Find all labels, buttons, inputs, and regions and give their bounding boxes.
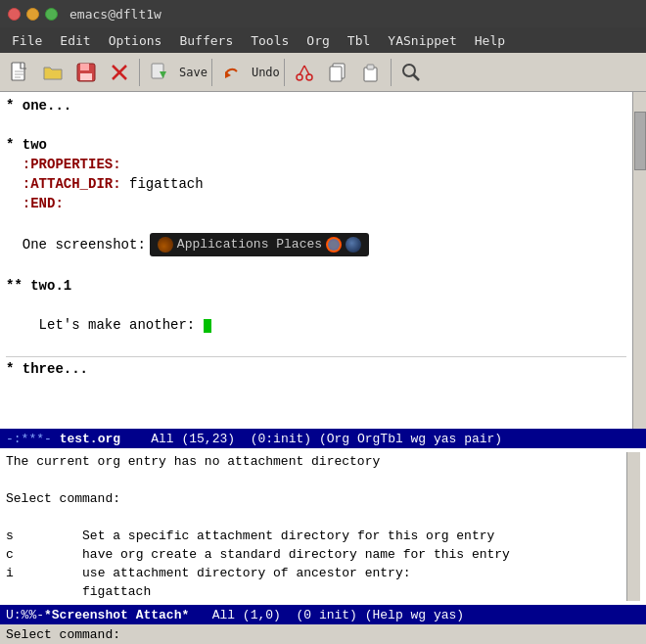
lower-line-3: Select command: (6, 489, 626, 508)
modeline-position: All (15,23) (151, 432, 235, 446)
svg-point-12 (297, 74, 302, 80)
dark-circle-icon (346, 237, 361, 253)
line-end: :END: (6, 194, 626, 213)
modeline-modes: (Org OrgTbl wg yas pair) (319, 432, 502, 446)
menu-buffers[interactable]: Buffers (171, 31, 241, 50)
line-screenshot: One screenshot: Applications Places (6, 233, 626, 256)
upper-editor-pane[interactable]: * one... * two :PROPERTIES: :ATTACH_DIR:… (0, 92, 646, 429)
menu-org[interactable]: Org (299, 31, 337, 50)
line-blank-3 (6, 256, 626, 276)
cut-button[interactable] (289, 57, 320, 88)
minibuffer-content[interactable]: The current org entry has no attachment … (6, 452, 626, 601)
maximize-button[interactable] (45, 8, 58, 21)
screenshot-link[interactable]: Applications Places (150, 233, 369, 256)
window-title: emacs@dflt1w (69, 7, 162, 22)
upper-modeline: -:***- test.org All (15,23) (0:init) (Or… (0, 429, 646, 448)
svg-point-20 (403, 65, 415, 76)
titlebar: emacs@dflt1w (0, 0, 646, 27)
scrollbar-thumb[interactable] (634, 112, 646, 170)
open-file-button[interactable] (37, 57, 69, 88)
menu-file[interactable]: File (4, 31, 50, 50)
svg-line-15 (304, 66, 309, 75)
close-button-toolbar[interactable] (104, 57, 135, 88)
svg-rect-19 (367, 65, 374, 69)
lower-modeline-flags: U:%%- (6, 608, 44, 622)
lower-line-c: c have org create a standard directory n… (6, 545, 626, 564)
minimize-button[interactable] (26, 8, 39, 21)
modeline-buffer: test.org (60, 432, 120, 446)
line-heading-two: * two (6, 135, 626, 155)
firefox-icon (326, 237, 342, 253)
minibuffer-text: Select command: (6, 627, 120, 642)
upper-scrollbar[interactable] (632, 92, 646, 429)
undo-button[interactable] (216, 57, 248, 88)
line-attach-dir: :ATTACH_DIR: figattach (6, 174, 626, 194)
toolbar: Save Undo (0, 53, 646, 92)
undo-label[interactable]: Undo (252, 66, 280, 79)
menu-tbl[interactable]: Tbl (340, 31, 378, 50)
save-labeled-button[interactable] (144, 57, 175, 88)
line-heading-one: * one... (6, 96, 626, 115)
lower-editor-pane[interactable]: The current org entry has no attachment … (0, 448, 646, 605)
modeline-init: (0:init) (251, 432, 311, 446)
line-blank-2 (6, 213, 626, 233)
line-blank-1 (6, 115, 626, 135)
save-file-button[interactable] (70, 57, 102, 88)
ubuntu-icon (158, 237, 173, 253)
line-blank-4 (6, 296, 626, 315)
lower-line-4 (6, 508, 626, 527)
close-button[interactable] (8, 8, 21, 21)
copy-button[interactable] (322, 57, 353, 88)
lower-scrollbar[interactable] (626, 452, 640, 601)
menu-tools[interactable]: Tools (243, 31, 297, 50)
menu-options[interactable]: Options (101, 31, 170, 50)
lower-line-figattach: figattach (6, 582, 626, 601)
lower-modeline-init: (0 init) (296, 608, 356, 622)
svg-rect-17 (330, 67, 342, 81)
lower-modeline-modes: (Help wg yas) (365, 608, 464, 622)
lower-line-s: s Set a specific attachment directory fo… (6, 527, 626, 545)
editor-container: * one... * two :PROPERTIES: :ATTACH_DIR:… (0, 92, 646, 644)
line-heading-three: * three... (6, 356, 626, 379)
save-label[interactable]: Save (179, 66, 208, 79)
svg-rect-5 (80, 64, 89, 70)
line-properties: :PROPERTIES: (6, 155, 626, 174)
svg-rect-6 (80, 73, 92, 80)
lower-line-2 (6, 471, 626, 489)
line-blank-5 (6, 335, 626, 354)
svg-line-21 (413, 74, 419, 80)
toolbar-separator-4 (391, 59, 392, 86)
line-lets-make: Let's make another: (6, 315, 626, 335)
lower-modeline-buffer: *Screenshot Attach* (44, 608, 189, 622)
menu-edit[interactable]: Edit (52, 31, 98, 50)
line-subheading-two1: ** two.1 (6, 276, 626, 296)
menu-yasnippet[interactable]: YASnippet (380, 31, 464, 50)
search-button[interactable] (395, 57, 427, 88)
text-cursor (204, 319, 211, 333)
lower-line-i: i use attachment directory of ancestor e… (6, 564, 626, 582)
lower-modeline-position: All (1,0) (212, 608, 281, 622)
svg-line-14 (300, 66, 304, 75)
editor-buffer[interactable]: * one... * two :PROPERTIES: :ATTACH_DIR:… (0, 92, 632, 429)
minibuffer-prompt[interactable]: Select command: (0, 624, 646, 644)
svg-point-13 (306, 74, 312, 80)
toolbar-separator-1 (139, 59, 140, 86)
menubar: File Edit Options Buffers Tools Org Tbl … (0, 27, 646, 53)
lower-line-1: The current org entry has no attachment … (6, 452, 626, 471)
modeline-flags: -:***- (6, 432, 52, 446)
svg-marker-11 (225, 71, 231, 78)
lower-modeline: U:%%- *Screenshot Attach* All (1,0) (0 i… (0, 605, 646, 624)
link-label: Applications Places (177, 235, 322, 254)
paste-button[interactable] (355, 57, 387, 88)
toolbar-separator-3 (284, 59, 285, 86)
menu-help[interactable]: Help (467, 31, 513, 50)
svg-rect-9 (152, 64, 163, 78)
toolbar-separator-2 (211, 59, 212, 86)
new-file-button[interactable] (4, 57, 35, 88)
